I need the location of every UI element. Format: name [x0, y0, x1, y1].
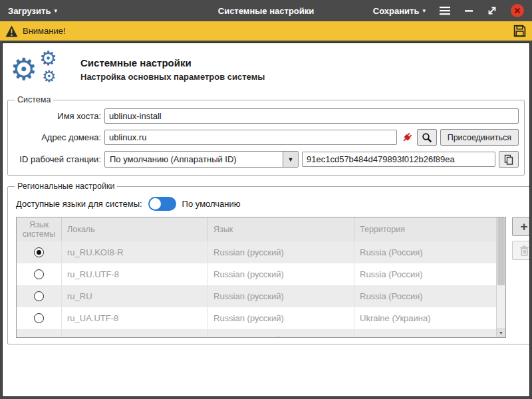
locales-table: Язык системы Локаль Язык Территория ru_R… — [16, 217, 506, 338]
titlebar: Загрузить ▾ Системные настройки Сохранит… — [0, 0, 532, 21]
maximize-icon — [487, 5, 497, 16]
table-row[interactable]: ru_RU Russian (русский) Russia (Россия) — [17, 285, 496, 307]
locale-radio[interactable] — [34, 269, 44, 279]
locale-radio[interactable] — [34, 313, 44, 323]
hostname-label: Имя хоста: — [13, 111, 101, 121]
delete-locale-button[interactable] — [512, 241, 530, 260]
gear-glyph: ⚙ — [10, 54, 37, 84]
domain-label: Адрес домена: — [13, 132, 101, 142]
disconnected-plug-icon — [400, 131, 414, 144]
territory-cell: Ukraine (Украина) — [354, 329, 496, 338]
locale-cell: ru_RU — [62, 285, 208, 307]
trash-icon — [519, 245, 529, 256]
add-locale-button[interactable]: + — [512, 217, 530, 236]
save-menu-button[interactable]: Сохранить ▾ — [373, 6, 426, 16]
vertical-scrollbar[interactable]: ▼ — [496, 217, 505, 337]
search-button[interactable] — [417, 129, 437, 146]
warning-bar: Внимание! — [0, 21, 532, 41]
table-row[interactable]: ru_UA Russian (русский) Ukraine (Украина… — [17, 329, 496, 338]
toggle-state-label: По умолчанию — [182, 199, 241, 209]
station-id-label: ID рабочей станции: — [13, 154, 101, 164]
search-icon — [422, 132, 432, 143]
minimize-button[interactable] — [464, 6, 473, 15]
toggle-knob — [150, 198, 161, 209]
column-header-language: Язык — [208, 217, 354, 241]
locale-cell: ru_RU.UTF-8 — [62, 263, 208, 285]
warning-icon — [5, 25, 18, 37]
gear-glyph: ⚙ — [42, 68, 57, 84]
table-header-row: Язык системы Локаль Язык Территория — [17, 217, 496, 241]
language-cell: Russian (русский) — [208, 307, 354, 329]
load-menu-button[interactable]: Загрузить ▾ — [8, 6, 57, 16]
column-header-system-language: Язык системы — [17, 217, 62, 241]
available-languages-label: Доступные языки для системы: — [16, 199, 142, 209]
territory-cell: Russia (Россия) — [354, 263, 496, 285]
locale-cell: ru_RU.KOI8-R — [62, 241, 208, 263]
copy-icon — [503, 154, 514, 165]
page-title: Системные настройки — [80, 57, 265, 68]
hamburger-menu-button[interactable] — [439, 6, 451, 15]
station-id-selected-value: По умолчанию (Аппаратный ID) — [105, 154, 283, 164]
save-menu-label: Сохранить — [373, 6, 420, 16]
page-subtitle: Настройка основных параметров системы — [80, 72, 265, 82]
window-title: Системные настройки — [218, 6, 315, 16]
column-header-territory: Территория — [354, 217, 496, 241]
column-header-locale: Локаль — [62, 217, 208, 241]
default-languages-toggle[interactable] — [148, 197, 176, 211]
station-id-select[interactable]: По умолчанию (Аппаратный ID) ▼ — [104, 151, 299, 168]
locale-cell: ru_UA.UTF-8 — [62, 307, 208, 329]
copy-button[interactable] — [499, 151, 519, 168]
gears-icon: ⚙ ⚙ ⚙ — [10, 50, 71, 88]
locale-radio[interactable] — [34, 291, 44, 301]
scrollbar-thumb[interactable] — [497, 217, 505, 285]
language-cell: Russian (русский) — [208, 241, 354, 263]
warning-message: Внимание! — [23, 26, 66, 36]
save-button[interactable] — [513, 24, 527, 38]
floppy-disk-icon — [513, 24, 527, 38]
table-row[interactable]: ru_RU.KOI8-R Russian (русский) Russia (Р… — [17, 241, 496, 263]
territory-cell: Russia (Россия) — [354, 241, 496, 263]
main-panel: ⚙ ⚙ ⚙ Системные настройки Настройка осно… — [2, 43, 530, 397]
hamburger-icon — [439, 6, 451, 15]
language-cell: Russian (русский) — [208, 263, 354, 285]
module-header: ⚙ ⚙ ⚙ Системные настройки Настройка осно… — [10, 50, 525, 88]
hardware-id-field[interactable] — [302, 152, 495, 167]
close-button[interactable] — [511, 4, 524, 17]
gear-glyph: ⚙ — [39, 49, 57, 68]
hostname-input[interactable] — [104, 108, 519, 124]
territory-cell: Ukraine (Украина) — [354, 307, 496, 329]
table-row[interactable]: ru_RU.UTF-8 Russian (русский) Russia (Ро… — [17, 263, 496, 285]
locale-radio[interactable] — [34, 247, 44, 257]
scroll-down-button[interactable]: ▼ — [497, 328, 505, 337]
system-group: Система Имя хоста: Адрес домена: — [7, 95, 525, 176]
minimize-icon — [464, 6, 473, 15]
regional-group: Региональные настройки Доступные языки д… — [7, 182, 530, 344]
chevron-down-icon: ▾ — [54, 8, 57, 14]
language-cell: Russian (русский) — [208, 329, 354, 338]
table-row[interactable]: ru_UA.UTF-8 Russian (русский) Ukraine (У… — [17, 307, 496, 329]
close-icon — [511, 4, 524, 17]
territory-cell: Russia (Россия) — [354, 285, 496, 307]
domain-input[interactable] — [104, 130, 397, 145]
window: Загрузить ▾ Системные настройки Сохранит… — [0, 0, 532, 399]
regional-group-legend: Региональные настройки — [15, 182, 117, 191]
locale-cell: ru_UA — [62, 329, 208, 338]
chevron-down-icon: ▾ — [422, 8, 426, 14]
window-frame: ⚙ ⚙ ⚙ Системные настройки Настройка осно… — [0, 41, 532, 399]
system-group-legend: Система — [15, 95, 53, 104]
maximize-button[interactable] — [487, 5, 497, 16]
load-menu-label: Загрузить — [8, 6, 51, 16]
language-cell: Russian (русский) — [208, 285, 354, 307]
chevron-down-icon: ▼ — [283, 152, 298, 167]
join-button[interactable]: Присоединиться — [440, 129, 519, 146]
